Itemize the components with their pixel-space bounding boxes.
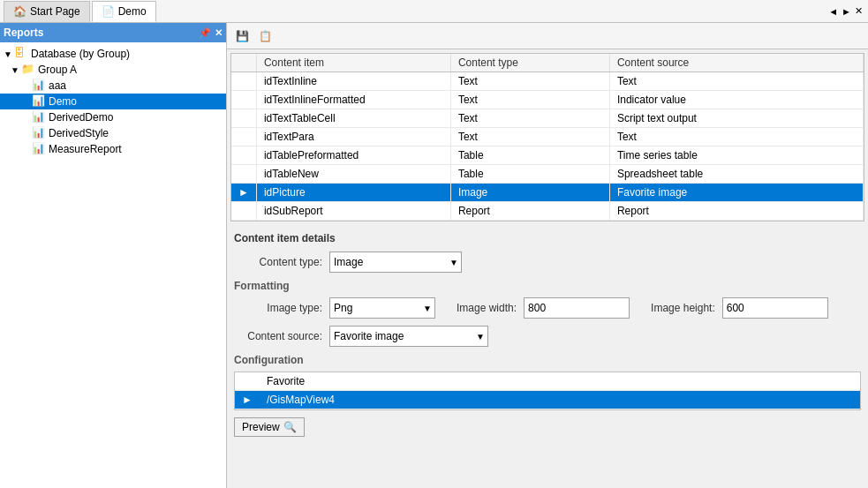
tree-item-measureReport[interactable]: 📊 MeasureReport — [0, 141, 226, 157]
tab-bar: 🏠 Start Page 📄 Demo ◄ ► ✕ — [0, 0, 868, 23]
content-source-select[interactable]: Favorite image File URL — [329, 326, 488, 347]
close-tab-icon[interactable]: ✕ — [855, 5, 863, 17]
row-indicator — [231, 165, 256, 184]
folder-icon: 📁 — [21, 63, 35, 77]
content-type-select-wrapper: Image Text Table Report ▼ — [329, 252, 462, 273]
cell-content-source: Favorite image — [609, 184, 863, 202]
sidebar: Reports 📌 ✕ ▼ 🗄 Database (by Group) ▼ 📁 — [0, 23, 227, 488]
table-row[interactable]: idTableNew Table Spreadsheet table — [231, 165, 864, 184]
row-indicator — [231, 72, 256, 91]
content-type-select[interactable]: Image Text Table Report — [329, 252, 462, 273]
sidebar-header: Reports 📌 ✕ — [0, 23, 226, 42]
table-row[interactable]: idTextInline Text Text — [231, 72, 864, 91]
cell-content-type: Text — [450, 128, 609, 146]
preview-search-icon: 🔍 — [283, 421, 297, 433]
database-icon: 🗄 — [14, 47, 28, 61]
table-row[interactable]: idTablePreformatted Table Time series ta… — [231, 146, 864, 165]
report-icon-measureReport: 📊 — [32, 142, 46, 156]
report-icon-aaa: 📊 — [32, 79, 46, 93]
report-icon-derivedStyle: 📊 — [32, 126, 46, 140]
save-icon: 💾 — [236, 30, 249, 42]
indicator-col-header — [231, 54, 256, 72]
configuration-title: Configuration — [234, 354, 861, 366]
table-row[interactable]: idSubReport Report Report — [231, 202, 864, 221]
demo-tab-icon: 📄 — [102, 5, 115, 18]
row-indicator — [231, 109, 256, 128]
sidebar-pin-icon[interactable]: 📌 — [199, 27, 211, 39]
sidebar-close-icon[interactable]: ✕ — [215, 27, 223, 39]
tree-item-aaa[interactable]: 📊 aaa — [0, 78, 226, 94]
tree-item-database[interactable]: ▼ 🗄 Database (by Group) — [0, 46, 226, 62]
tree-item-derivedStyle[interactable]: 📊 DerivedStyle — [0, 125, 226, 141]
preview-button[interactable]: Preview 🔍 — [234, 417, 305, 437]
cell-content-source: Script text output — [609, 109, 863, 128]
tab-start-page[interactable]: 🏠 Start Page — [4, 1, 90, 22]
preview-label: Preview — [242, 421, 280, 433]
content-table: Content item Content type Content source… — [231, 54, 864, 221]
tree-toggle-demo — [21, 97, 32, 107]
tree-toggle-db: ▼ — [4, 49, 14, 59]
image-options-row: Image type: Png Jpg Gif ▼ Image width: I… — [234, 297, 861, 319]
details-title: Content item details — [234, 232, 861, 244]
table-row[interactable]: idTextPara Text Text — [231, 128, 864, 146]
content-area: 💾 📋 Content item Content type Content so… — [227, 23, 868, 488]
tree-toggle-derivedStyle — [21, 129, 32, 139]
tree-item-derivedDemo[interactable]: 📊 DerivedDemo — [0, 109, 226, 125]
config-table: Favorite ► /GisMapView4 — [235, 372, 860, 409]
row-indicator — [231, 91, 256, 109]
cell-content-type: Image — [450, 184, 609, 202]
row-indicator-selected: ► — [231, 184, 256, 202]
table-row-selected[interactable]: ► idPicture Image Favorite image — [231, 184, 864, 202]
cell-content-item: idTextPara — [256, 128, 450, 146]
image-height-label: Image height: — [651, 302, 715, 314]
col-header-content-type: Content type — [450, 54, 609, 72]
config-row-label: Favorite — [260, 372, 860, 391]
tree-toggle-aaa — [21, 81, 32, 91]
table-row[interactable]: idTextTableCell Text Script text output — [231, 109, 864, 128]
tree-item-groupA[interactable]: ▼ 📁 Group A — [0, 62, 226, 78]
formatting-section: Formatting Image type: Png Jpg Gif ▼ Ima… — [234, 280, 861, 319]
config-indicator — [235, 372, 260, 391]
cell-content-source: Text — [609, 128, 863, 146]
content-source-row: Content source: Favorite image File URL … — [234, 326, 861, 347]
nav-forward-icon[interactable]: ► — [842, 6, 851, 17]
details-panel: Content item details Content type: Image… — [227, 225, 868, 488]
row-indicator — [231, 202, 256, 221]
start-page-icon: 🏠 — [13, 5, 26, 18]
cell-content-type: Text — [450, 109, 609, 128]
config-table-container: Favorite ► /GisMapView4 — [234, 372, 861, 410]
nav-back-icon[interactable]: ◄ — [828, 6, 838, 17]
image-height-input[interactable] — [722, 297, 828, 319]
cell-content-item: idTablePreformatted — [256, 146, 450, 165]
cell-content-item: idTableNew — [256, 165, 450, 184]
save-button[interactable]: 💾 — [232, 26, 252, 46]
tree-toggle-groupA: ▼ — [11, 65, 21, 75]
tree-toggle-derivedDemo — [21, 113, 32, 123]
sidebar-controls: 📌 ✕ — [199, 27, 223, 39]
cell-content-type: Text — [450, 91, 609, 109]
image-type-select[interactable]: Png Jpg Gif — [329, 297, 435, 319]
col-header-content-source: Content source — [609, 54, 863, 72]
image-width-input[interactable] — [524, 297, 630, 319]
config-row-selected[interactable]: ► /GisMapView4 — [235, 391, 860, 409]
image-type-select-wrapper: Png Jpg Gif ▼ — [329, 297, 435, 319]
config-row[interactable]: Favorite — [235, 372, 860, 391]
config-row-label-selected: /GisMapView4 — [260, 391, 860, 409]
tree-item-demo[interactable]: 📊 Demo — [0, 94, 226, 109]
col-header-content-item: Content item — [256, 54, 450, 72]
cell-content-source: Report — [609, 202, 863, 221]
cell-content-type: Table — [450, 146, 609, 165]
cell-content-source: Spreadsheet table — [609, 165, 863, 184]
content-type-label: Content type: — [234, 256, 322, 268]
save-as-button[interactable]: 📋 — [255, 26, 275, 46]
cell-content-item: idTextInlineFormatted — [256, 91, 450, 109]
cell-content-item: idSubReport — [256, 202, 450, 221]
table-row[interactable]: idTextInlineFormatted Text Indicator val… — [231, 91, 864, 109]
sidebar-title: Reports — [4, 26, 43, 39]
cell-content-source: Text — [609, 72, 863, 91]
row-indicator — [231, 128, 256, 146]
image-type-label: Image type: — [234, 302, 322, 314]
cell-content-item: idTextTableCell — [256, 109, 450, 128]
cell-content-item: idTextInline — [256, 72, 450, 91]
tab-demo[interactable]: 📄 Demo — [92, 1, 156, 22]
